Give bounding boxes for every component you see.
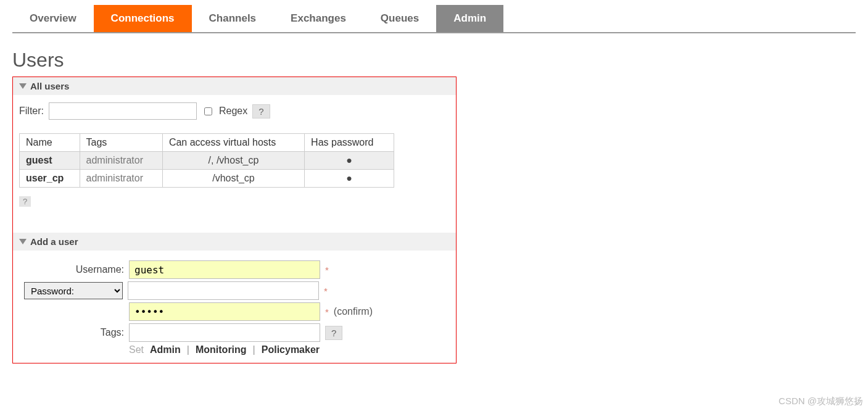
page-title: Users xyxy=(12,49,856,72)
required-marker: * xyxy=(324,286,328,296)
required-marker: * xyxy=(325,307,329,317)
users-table: Name Tags Can access virtual hosts Has p… xyxy=(19,133,394,188)
username-input[interactable] xyxy=(129,260,320,279)
tags-input[interactable] xyxy=(129,323,320,342)
tag-link-monitoring[interactable]: Monitoring xyxy=(196,344,247,355)
table-help-button[interactable]: ? xyxy=(19,196,31,207)
tab-admin[interactable]: Admin xyxy=(436,5,503,32)
cell-name: guest xyxy=(20,152,80,170)
tags-help-button[interactable]: ? xyxy=(325,326,342,340)
confirm-label: (confirm) xyxy=(334,306,373,317)
separator: | xyxy=(253,344,255,355)
cell-password: ● xyxy=(305,170,394,188)
cell-password: ● xyxy=(305,152,394,170)
tab-queues[interactable]: Queues xyxy=(363,5,436,32)
main-tabs: Overview Connections Channels Exchanges … xyxy=(12,5,856,33)
triangle-down-icon xyxy=(19,239,27,244)
cell-name: user_cp xyxy=(20,170,80,188)
cell-vhosts: /, /vhost_cp xyxy=(162,152,304,170)
password-type-select[interactable]: Password: xyxy=(24,282,123,299)
username-label: Username: xyxy=(19,264,124,275)
separator: | xyxy=(187,344,189,355)
tag-link-policymaker[interactable]: Policymaker xyxy=(262,344,320,355)
col-vhosts[interactable]: Can access virtual hosts xyxy=(162,134,304,152)
cell-tags: administrator xyxy=(80,170,162,188)
highlighted-region: All users Filter: Regex ? Name Tags Can … xyxy=(12,77,457,363)
section-all-users-header[interactable]: All users xyxy=(13,77,456,95)
tab-overview[interactable]: Overview xyxy=(12,5,94,32)
tags-label: Tags: xyxy=(19,327,124,338)
triangle-down-icon xyxy=(19,83,27,89)
tab-channels[interactable]: Channels xyxy=(192,5,274,32)
section-add-user-title: Add a user xyxy=(30,236,78,247)
password-input[interactable] xyxy=(128,281,319,300)
regex-checkbox[interactable] xyxy=(204,107,212,115)
tag-link-admin[interactable]: Admin xyxy=(150,344,181,355)
tab-exchanges[interactable]: Exchanges xyxy=(273,5,363,32)
regex-label: Regex xyxy=(219,106,247,117)
section-all-users-title: All users xyxy=(30,81,69,91)
col-name[interactable]: Name xyxy=(20,134,80,152)
password-confirm-input[interactable] xyxy=(129,302,320,321)
table-row[interactable]: guest administrator /, /vhost_cp ● xyxy=(20,152,394,170)
col-tags[interactable]: Tags xyxy=(80,134,162,152)
filter-input[interactable] xyxy=(49,102,197,120)
cell-tags: administrator xyxy=(80,152,162,170)
col-password[interactable]: Has password xyxy=(305,134,394,152)
tab-connections[interactable]: Connections xyxy=(94,5,192,32)
section-add-user-header[interactable]: Add a user xyxy=(13,233,456,251)
table-row[interactable]: user_cp administrator /vhost_cp ● xyxy=(20,170,394,188)
set-label: Set xyxy=(129,344,144,355)
filter-help-button[interactable]: ? xyxy=(252,104,270,118)
filter-label: Filter: xyxy=(19,106,44,117)
required-marker: * xyxy=(325,265,329,275)
cell-vhosts: /vhost_cp xyxy=(162,170,304,188)
